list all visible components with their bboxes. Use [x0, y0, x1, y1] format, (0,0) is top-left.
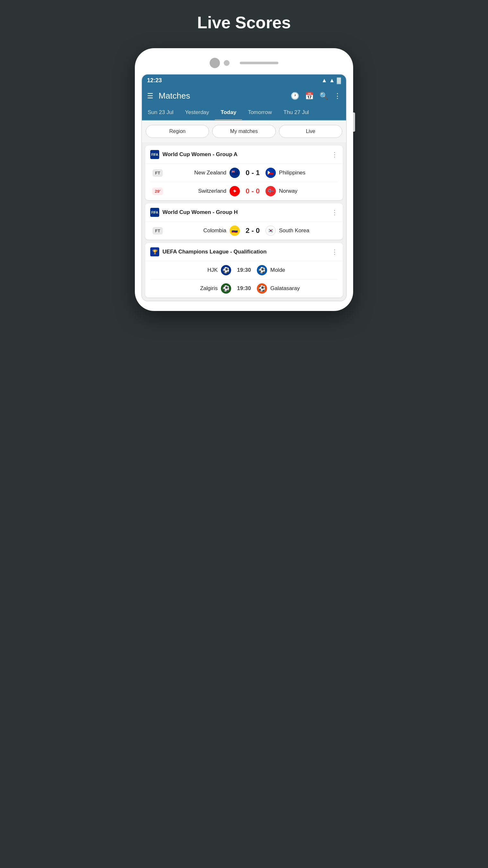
svg-text:🇨🇭: 🇨🇭: [231, 188, 238, 194]
nz-flag: 🇳🇿: [230, 168, 240, 178]
tab-tomorrow[interactable]: Tomorrow: [242, 105, 278, 120]
match-card-ucl: 🏆 UEFA Champions League - Qualification …: [145, 243, 343, 298]
date-tabs: Sun 23 Jul Yesterday Today Tomorrow Thu …: [142, 105, 346, 121]
tab-sun-23-jul[interactable]: Sun 23 Jul: [142, 105, 179, 120]
co-flag: 🇨🇴: [230, 225, 240, 236]
match-time-zalgiris: 19:30: [234, 285, 254, 292]
league-header-group-h: FIFA World Cup Women - Group H ⋮: [145, 203, 343, 222]
match-content-zalgiris-gala: Zalgiris ⚽ 19:30 ⚽ Galatasaray: [150, 283, 338, 293]
home-team-ch: Switzerland: [194, 188, 226, 194]
filter-region[interactable]: Region: [146, 125, 209, 138]
more-options-icon[interactable]: ⋮: [334, 92, 341, 100]
match-status-nz-ph: FT: [150, 169, 165, 177]
header-icons: 🕐 📅 🔍 ⋮: [291, 92, 341, 100]
score-co-kr: 2 - 0: [243, 226, 262, 235]
hjk-badge: ⚽: [221, 265, 231, 275]
match-row-hjk-molde[interactable]: HJK ⚽ 19:30 ⚽ Molde: [145, 261, 343, 279]
league-more-icon-h[interactable]: ⋮: [331, 209, 338, 216]
status-time: 12:23: [147, 77, 162, 84]
match-content-ch-no: Switzerland 🇨🇭 0 - 0: [168, 186, 338, 196]
status-badge-ft-h: FT: [153, 227, 163, 235]
tab-yesterday[interactable]: Yesterday: [179, 105, 215, 120]
phone-screen: 12:23 ▲ ▲ ▓ ☰ Matches 🕐 📅 🔍 ⋮ Sun 23 Jul…: [141, 74, 347, 301]
wifi-icon: ▲: [321, 77, 327, 84]
league-header-ucl: 🏆 UEFA Champions League - Qualification …: [145, 243, 343, 261]
zalgiris-badge: ⚽: [221, 283, 231, 293]
speaker-dot: [224, 60, 230, 66]
fifa-icon-h: FIFA: [150, 208, 159, 217]
home-team-nz: New Zealand: [194, 169, 226, 176]
match-row-co-kr[interactable]: FT Colombia 🇨🇴 2 - 0: [145, 222, 343, 240]
battery-icon: ▓: [337, 77, 341, 84]
calendar-icon[interactable]: 📅: [305, 92, 314, 100]
phone-side-button: [353, 113, 355, 132]
match-row-zalgiris-gala[interactable]: Zalgiris ⚽ 19:30 ⚽ Galatasaray: [145, 279, 343, 298]
match-status-co-kr: FT: [150, 227, 165, 235]
svg-text:🇨🇴: 🇨🇴: [231, 227, 238, 234]
league-more-icon[interactable]: ⋮: [331, 151, 338, 158]
league-name-ucl: UEFA Champions League - Qualification: [162, 249, 328, 255]
tab-today[interactable]: Today: [215, 105, 242, 121]
uefa-icon: 🏆: [150, 247, 159, 256]
score-ch-no: 0 - 0: [243, 187, 262, 195]
away-team-molde: Molde: [270, 267, 302, 273]
ph-flag: 🇵🇭: [265, 168, 276, 178]
notch-bar: [240, 62, 279, 64]
match-content-nz-ph: New Zealand 🇳🇿 0 - 1: [168, 168, 338, 178]
header-title: Matches: [159, 91, 285, 101]
fifa-icon: FIFA: [150, 150, 159, 159]
home-team-co: Colombia: [194, 227, 226, 234]
page-title: Live Scores: [197, 13, 291, 32]
ch-flag: 🇨🇭: [230, 186, 240, 196]
svg-text:🇵🇭: 🇵🇭: [267, 169, 274, 176]
match-time-hjk: 19:30: [234, 267, 254, 273]
match-card-wcw-group-h: FIFA World Cup Women - Group H ⋮ FT Colo…: [145, 203, 343, 240]
filter-live[interactable]: Live: [279, 125, 342, 138]
status-badge-live: 29′: [152, 188, 163, 195]
molde-badge: ⚽: [257, 265, 267, 275]
home-team-zalgiris: Zalgiris: [186, 285, 218, 292]
match-status-ch-no: 29′: [150, 188, 165, 195]
galatasaray-badge: ⚽: [257, 283, 267, 293]
phone-top: [141, 58, 347, 68]
away-team-ph: Philippines: [279, 169, 311, 176]
away-team-kr: South Korea: [279, 227, 311, 234]
match-content-co-kr: Colombia 🇨🇴 2 - 0: [168, 225, 338, 236]
score-nz-ph: 0 - 1: [243, 169, 262, 177]
app-header: ☰ Matches 🕐 📅 🔍 ⋮: [142, 86, 346, 105]
home-team-hjk: HJK: [186, 267, 218, 273]
signal-icon: ▲: [329, 77, 335, 84]
league-name-group-h: World Cup Women - Group H: [162, 209, 328, 216]
front-camera: [209, 58, 220, 68]
league-name-group-a: World Cup Women - Group A: [162, 151, 328, 158]
phone-frame: 12:23 ▲ ▲ ▓ ☰ Matches 🕐 📅 🔍 ⋮ Sun 23 Jul…: [135, 48, 353, 311]
clock-icon[interactable]: 🕐: [291, 92, 299, 100]
status-bar: 12:23 ▲ ▲ ▓: [142, 74, 346, 86]
status-icons: ▲ ▲ ▓: [321, 77, 341, 84]
svg-text:🇰🇷: 🇰🇷: [268, 228, 274, 234]
match-card-wcw-group-a: FIFA World Cup Women - Group A ⋮ FT New …: [145, 146, 343, 200]
league-header-group-a: FIFA World Cup Women - Group A ⋮: [145, 146, 343, 164]
match-content-hjk-molde: HJK ⚽ 19:30 ⚽ Molde: [150, 265, 338, 275]
kr-flag: 🇰🇷: [265, 225, 276, 236]
matches-content: FIFA World Cup Women - Group A ⋮ FT New …: [142, 142, 346, 301]
filter-bar: Region My matches Live: [142, 121, 346, 142]
svg-text:🇳🇿: 🇳🇿: [231, 169, 238, 176]
match-row-nz-ph[interactable]: FT New Zealand 🇳🇿 0 - 1: [145, 164, 343, 182]
menu-icon[interactable]: ☰: [147, 92, 154, 100]
away-team-no: Norway: [279, 188, 311, 194]
svg-text:🇳🇴: 🇳🇴: [267, 188, 274, 194]
search-icon[interactable]: 🔍: [320, 92, 328, 100]
status-badge-ft: FT: [153, 169, 163, 177]
match-row-ch-no[interactable]: 29′ Switzerland 🇨🇭 0 - 0: [145, 182, 343, 200]
away-team-galatasaray: Galatasaray: [270, 285, 302, 292]
league-more-icon-ucl[interactable]: ⋮: [331, 248, 338, 256]
tab-thu-27-jul[interactable]: Thu 27 Jul: [278, 105, 315, 120]
no-flag: 🇳🇴: [265, 186, 276, 196]
filter-my-matches[interactable]: My matches: [212, 125, 275, 138]
